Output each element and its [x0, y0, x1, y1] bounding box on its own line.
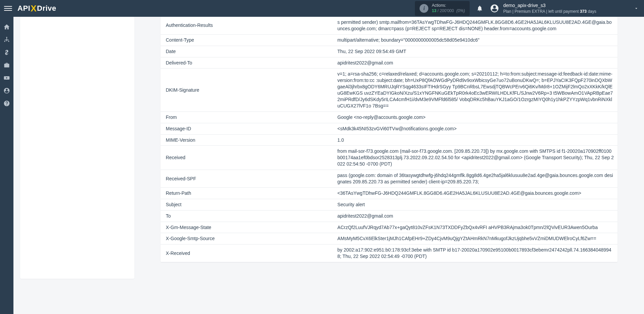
actions-max: 200'000: [440, 8, 454, 13]
table-row: Delivered-Toapidritest2022@gmail.com: [161, 57, 617, 69]
header-key: X-Google-Smtp-Source: [161, 233, 334, 244]
header-key: Message-ID: [161, 123, 334, 134]
actions-counter[interactable]: i Actions: 13 / 200'000 (0%): [415, 1, 469, 15]
plan-name: Premium EXTRA: [515, 9, 545, 14]
main-content: Authentication-Resultss permitted sender…: [13, 17, 644, 292]
header-key: Return-Path: [161, 187, 334, 199]
header-key: Content-Type: [161, 34, 334, 46]
table-row: Received-SPFpass (google.com: domain of …: [161, 170, 617, 188]
plan-mid: | left until payment: [546, 9, 579, 14]
header-value: Security alert: [334, 199, 617, 210]
header-value: 1.0: [334, 134, 617, 146]
header-value: s permitted sender) smtp.mailfrom=36TAsY…: [334, 17, 617, 34]
info-icon: i: [420, 4, 428, 13]
table-row: X-Google-Smtp-SourceAMsMyM5CvX6ElkSter1j…: [161, 233, 617, 244]
header-value: multipart/alternative; boundary="0000000…: [334, 34, 617, 46]
home-icon[interactable]: [3, 24, 10, 30]
table-row: Authentication-Resultss permitted sender…: [161, 17, 617, 34]
actions-text: Actions: 13 / 200'000 (0%): [432, 3, 465, 13]
help-icon[interactable]: [3, 100, 10, 107]
user-meta: demo_apix-drive_s3 Plan | Premium EXTRA …: [503, 2, 596, 14]
header-key: To: [161, 210, 334, 222]
username: demo_apix-drive_s3: [503, 2, 596, 9]
plan-prefix: Plan |: [503, 9, 513, 14]
app-header: API X Drive i Actions: 13 / 200'000 (0%)…: [0, 0, 644, 17]
logo-drive: Drive: [37, 4, 56, 13]
avatar-icon: [490, 4, 499, 13]
table-row: SubjectSecurity alert: [161, 199, 617, 210]
logo-x: X: [31, 3, 37, 14]
header-key: From: [161, 111, 334, 123]
table-row: Message-ID<sMdk3k45NI53zvGVi60TVw@notifi…: [161, 123, 617, 134]
headers-table: Authentication-Resultss permitted sender…: [161, 17, 617, 262]
billing-icon[interactable]: [3, 49, 10, 56]
header-value: apidritest2022@gmail.com: [334, 210, 617, 222]
actions-label: Actions:: [432, 3, 465, 8]
header-value: apidritest2022@gmail.com: [334, 57, 617, 69]
logo-api: API: [17, 4, 30, 13]
header-key: Received: [161, 146, 334, 170]
actions-percent: (0%): [457, 8, 465, 13]
bell-icon[interactable]: [476, 5, 483, 12]
header-value: <sMdk3k45NI53zvGVi60TVw@notifications.go…: [334, 123, 617, 134]
header-value: ACrzQf2LuufVJRqyd7Ab77x+gaQyt810vZFsK1N7…: [334, 222, 617, 233]
header-key: Delivered-To: [161, 57, 334, 69]
connections-icon[interactable]: [3, 36, 10, 43]
briefcase-icon[interactable]: [3, 62, 10, 69]
header-value: Google <no-reply@accounts.google.com>: [334, 111, 617, 123]
table-row: Toapidritest2022@gmail.com: [161, 210, 617, 222]
table-row: X-Receivedby 2002:a17:902:e951:b0:178:93…: [161, 244, 617, 262]
table-row: Content-Typemultipart/alternative; bound…: [161, 34, 617, 46]
table-row: X-Gm-Message-StateACrzQf2LuufVJRqyd7Ab77…: [161, 222, 617, 233]
data-panel: Authentication-Resultss permitted sender…: [161, 17, 617, 262]
header-key: X-Gm-Message-State: [161, 222, 334, 233]
profile-icon[interactable]: [3, 87, 10, 94]
actions-current: 13: [432, 8, 436, 13]
actions-sep: /: [437, 8, 438, 13]
header-value: by 2002:a17:902:e951:b0:178:93cf:3ebe wi…: [334, 244, 617, 262]
header-value: v=1; a=rsa-sha256; c=relaxed/relaxed; d=…: [334, 69, 617, 111]
table-row: FromGoogle <no-reply@accounts.google.com…: [161, 111, 617, 123]
header-value: <36TAsYwgTDhwFG-J6HDQ244GMFLK.8GG8D6.4GE…: [334, 187, 617, 199]
video-icon[interactable]: [3, 75, 10, 81]
header-key: Authentication-Results: [161, 17, 334, 34]
plan-days: 373: [580, 9, 587, 14]
table-row: DKIM-Signaturev=1; a=rsa-sha256; c=relax…: [161, 69, 617, 111]
header-key: MIME-Version: [161, 134, 334, 146]
table-row: DateThu, 22 Sep 2022 09:54:49 GMT: [161, 46, 617, 57]
sidebar: [0, 17, 13, 292]
header-key: DKIM-Signature: [161, 69, 334, 111]
header-value: AMsMyM5CvX6ElkSter1jMJh1CAfpEHr9+ZDy4Cjv…: [334, 233, 617, 244]
table-row: Receivedfrom mail-sor-f73.google.com (ma…: [161, 146, 617, 170]
logo[interactable]: API X Drive: [17, 3, 56, 14]
user-menu[interactable]: demo_apix-drive_s3 Plan | Premium EXTRA …: [490, 2, 640, 14]
header-key: Received-SPF: [161, 170, 334, 188]
menu-toggle[interactable]: [4, 4, 12, 12]
chevron-down-icon[interactable]: [634, 6, 639, 11]
plan-days-unit: days: [588, 9, 596, 14]
header-value: Thu, 22 Sep 2022 09:54:49 GMT: [334, 46, 617, 57]
header-key: Subject: [161, 199, 334, 210]
table-row: Return-Path<36TAsYwgTDhwFG-J6HDQ244GMFLK…: [161, 187, 617, 199]
left-blank-panel: [20, 17, 134, 279]
header-value: from mail-sor-f73.google.com (mail-sor-f…: [334, 146, 617, 170]
header-key: Date: [161, 46, 334, 57]
table-row: MIME-Version1.0: [161, 134, 617, 146]
header-key: X-Received: [161, 244, 334, 262]
header-value: pass (google.com: domain of 36tasywgtdhw…: [334, 170, 617, 188]
